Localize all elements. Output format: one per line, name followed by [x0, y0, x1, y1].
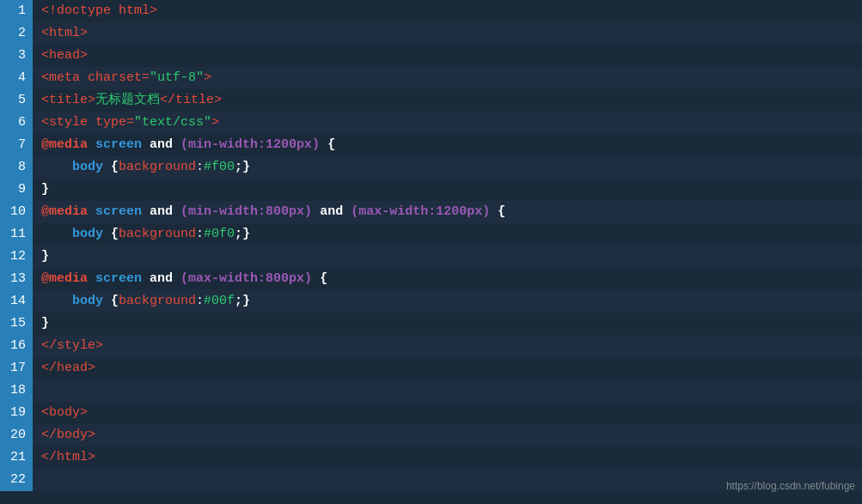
token: ;}: [235, 227, 250, 241]
line-number: 7: [0, 134, 33, 156]
line-content: [33, 469, 49, 491]
code-line: 4<meta charset="utf-8">: [0, 67, 862, 89]
token: #00f: [204, 294, 235, 308]
token: [142, 271, 150, 286]
token: [312, 271, 320, 286]
token: {: [327, 137, 335, 152]
token: [312, 204, 320, 219]
code-line: 13@media screen and (max-width:800px) {: [0, 268, 862, 290]
line-number: 2: [0, 22, 33, 45]
token: [41, 227, 72, 241]
token: =: [142, 70, 150, 85]
token: [490, 204, 498, 219]
token: </head>: [41, 361, 95, 375]
line-number: 6: [0, 112, 33, 134]
code-line: 3<head>: [0, 45, 862, 67]
line-content: }: [33, 313, 49, 335]
token: [41, 160, 72, 174]
line-number: 12: [0, 246, 33, 268]
token: [343, 204, 351, 219]
token: 无标题文档: [95, 93, 160, 107]
line-number: 10: [0, 201, 33, 223]
token: body: [72, 294, 103, 308]
code-line: 20</body>: [0, 424, 862, 446]
token: "utf-8": [150, 70, 204, 85]
token: </body>: [41, 428, 95, 442]
code-line: 18: [0, 380, 862, 402]
token: [88, 271, 95, 286]
token: @media: [41, 137, 88, 152]
token: <body>: [41, 405, 88, 420]
token: screen: [95, 137, 142, 152]
token: </html>: [41, 450, 95, 465]
token: {: [103, 160, 119, 174]
line-number: 8: [0, 156, 33, 179]
line-number: 19: [0, 402, 33, 424]
code-line: 1<!doctype html>: [0, 0, 862, 22]
token: [88, 137, 95, 152]
line-content: body {background:#0f0;}: [33, 223, 250, 246]
token: body: [72, 227, 103, 241]
token: <!doctype html>: [41, 3, 157, 18]
token: background: [119, 160, 196, 174]
line-content: <head>: [33, 45, 88, 67]
token: {: [320, 271, 327, 286]
line-number: 3: [0, 45, 33, 67]
line-content: <html>: [33, 22, 88, 45]
line-number: 1: [0, 0, 33, 22]
line-content: @media screen and (min-width:800px) and …: [33, 201, 505, 223]
token: <title>: [41, 93, 95, 107]
line-number: 5: [0, 89, 33, 112]
token: :: [196, 160, 204, 174]
code-line: 2<html>: [0, 22, 862, 45]
token: [173, 271, 180, 286]
code-line: 19<body>: [0, 402, 862, 424]
token: }: [41, 182, 49, 197]
line-content: [33, 380, 49, 402]
token: charset: [88, 70, 142, 85]
token: #f00: [204, 160, 235, 174]
line-number: 9: [0, 179, 33, 201]
line-content: </style>: [33, 335, 103, 357]
token: <html>: [41, 26, 88, 40]
code-line: 10@media screen and (min-width:800px) an…: [0, 201, 862, 223]
code-line: 14 body {background:#00f;}: [0, 290, 862, 313]
token: >: [204, 70, 211, 85]
token: "text/css": [134, 115, 211, 130]
token: @media: [41, 271, 88, 286]
token: (min-width:1200px): [180, 137, 320, 152]
token: {: [103, 294, 119, 308]
token: <style: [41, 115, 95, 130]
line-content: }: [33, 179, 49, 201]
token: and: [320, 204, 343, 219]
token: background: [119, 227, 196, 241]
line-number: 18: [0, 380, 33, 402]
line-content: <style type="text/css">: [33, 112, 219, 134]
token: [320, 137, 327, 152]
token: and: [150, 204, 173, 219]
code-editor: 1<!doctype html>2<html>3<head>4<meta cha…: [0, 0, 862, 504]
token: </style>: [41, 338, 103, 353]
line-content: </head>: [33, 357, 95, 380]
token: #0f0: [204, 227, 235, 241]
line-content: <body>: [33, 402, 88, 424]
token: @media: [41, 204, 88, 219]
line-number: 17: [0, 357, 33, 380]
line-content: @media screen and (min-width:1200px) {: [33, 134, 335, 156]
token: and: [150, 137, 173, 152]
line-number: 16: [0, 335, 33, 357]
token: {: [103, 227, 119, 241]
token: {: [498, 204, 505, 219]
line-content: @media screen and (max-width:800px) {: [33, 268, 327, 290]
code-line: 5<title>无标题文档</title>: [0, 89, 862, 112]
token: <head>: [41, 48, 88, 63]
token: (max-width:1200px): [351, 204, 490, 219]
token: body: [72, 160, 103, 174]
code-line: 11 body {background:#0f0;}: [0, 223, 862, 246]
token: }: [41, 249, 49, 264]
token: <meta: [41, 70, 88, 85]
token: [142, 204, 150, 219]
line-content: <title>无标题文档</title>: [33, 89, 222, 112]
line-number: 4: [0, 67, 33, 89]
token: screen: [95, 271, 142, 286]
